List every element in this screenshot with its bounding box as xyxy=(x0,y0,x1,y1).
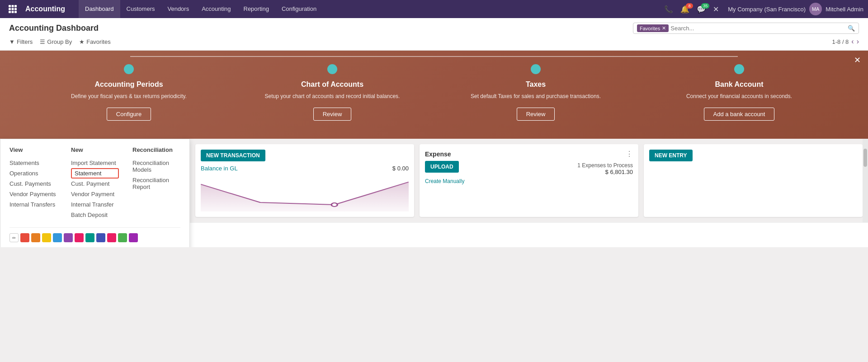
favorites-icon: ★ xyxy=(79,38,85,45)
color-deep-purple[interactable] xyxy=(129,233,138,242)
pagination-prev[interactable]: ‹ xyxy=(851,38,854,46)
balance-label: Balance in GL xyxy=(201,165,238,172)
nav-configuration[interactable]: Configuration xyxy=(275,0,323,18)
dropdown-internal-transfers[interactable]: Internal Transfers xyxy=(9,199,57,210)
pagination-text: 1-8 / 8 xyxy=(832,38,849,45)
banner-step-chart-of-accounts: Chart of Accounts Setup your chart of ac… xyxy=(243,64,422,121)
close-icon[interactable]: ✕ xyxy=(711,3,721,15)
color-teal[interactable] xyxy=(85,233,94,242)
filter-icon: ▼ xyxy=(9,38,15,45)
search-submit-icon[interactable]: 🔍 xyxy=(848,25,855,32)
color-indigo[interactable] xyxy=(96,233,105,242)
chart-review-button[interactable]: Review xyxy=(313,108,352,121)
dropdown-internal-transfer-new[interactable]: Internal Transfer xyxy=(71,199,119,210)
nav-accounting[interactable]: Accounting xyxy=(195,0,237,18)
phone-icon[interactable]: 📞 xyxy=(662,3,675,15)
banner-close-icon[interactable]: ✕ xyxy=(854,55,861,65)
company-name: My Company (San Francisco) xyxy=(728,6,806,13)
upload-button[interactable]: UPLOAD xyxy=(425,161,459,173)
expense-title: Expense xyxy=(425,150,451,158)
search-input[interactable] xyxy=(670,25,848,32)
expense-menu-icon[interactable]: ⋮ xyxy=(626,150,633,158)
banner-dot-2 xyxy=(327,64,337,74)
new-transaction-button[interactable]: NEW TRANSACTION xyxy=(201,150,265,161)
banner-step-desc-1: Define your fiscal years & tax returns p… xyxy=(71,92,187,100)
nav-customers[interactable]: Customers xyxy=(120,0,161,18)
banner-dot-1 xyxy=(124,64,134,74)
dropdown-view-title: View xyxy=(9,146,57,153)
dropdown-statement[interactable]: Statement xyxy=(71,168,119,179)
navbar: Accounting Dashboard Customers Vendors A… xyxy=(0,0,868,18)
dropdown-batch-deposit[interactable]: Batch Deposit xyxy=(71,210,119,220)
color-pencil[interactable]: ✏ xyxy=(9,233,19,242)
search-tag-favorites[interactable]: Favorites ✕ xyxy=(637,24,669,32)
nav-reporting[interactable]: Reporting xyxy=(237,0,275,18)
filters-button[interactable]: ▼ Filters xyxy=(9,38,33,45)
apps-icon[interactable] xyxy=(5,1,21,17)
color-red[interactable] xyxy=(20,233,29,242)
dropdown-cust-payments[interactable]: Cust. Payments xyxy=(9,179,57,189)
color-pink[interactable] xyxy=(75,233,84,242)
banner-step-title-3: Taxes xyxy=(526,80,546,89)
svg-rect-4 xyxy=(12,8,14,10)
dropdown-cust-payment-new[interactable]: Cust. Payment xyxy=(71,179,119,189)
configure-button[interactable]: Configure xyxy=(107,108,151,121)
color-orange[interactable] xyxy=(31,233,40,242)
banner-step-desc-3: Set default Taxes for sales and purchase… xyxy=(471,92,601,100)
banner-step-title-2: Chart of Accounts xyxy=(301,80,363,89)
dropdown-new-col: New Import Statement Statement Cust. Pay… xyxy=(71,146,119,220)
pagination-next[interactable]: › xyxy=(857,38,859,46)
favorites-label: Favorites xyxy=(86,38,110,45)
svg-rect-3 xyxy=(9,8,11,10)
navbar-right: 📞 🔔 8 💬 35 ✕ My Company (San Francisco) … xyxy=(662,3,863,15)
avatar[interactable]: MA xyxy=(809,3,822,15)
user-name: Mitchell Admin xyxy=(826,6,863,13)
dropdown-statements[interactable]: Statements xyxy=(9,158,57,168)
nav-vendors[interactable]: Vendors xyxy=(161,0,195,18)
color-green[interactable] xyxy=(118,233,127,242)
dropdown-reconciliation-report[interactable]: Reconciliation Report xyxy=(132,175,180,192)
transaction-card: NEW TRANSACTION Balance in GL $ 0.00 xyxy=(195,144,414,217)
add-bank-account-button[interactable]: Add a bank account xyxy=(704,108,775,121)
scrollbar-track[interactable] xyxy=(863,139,868,222)
svg-point-9 xyxy=(331,203,337,207)
color-blue[interactable] xyxy=(53,233,62,242)
dropdown-reconciliation-models[interactable]: Reconciliation Models xyxy=(132,158,180,175)
dropdown-import-statement[interactable]: Import Statement xyxy=(71,158,119,168)
dropdown-reconciliation-title: Reconciliation xyxy=(132,146,180,153)
scrollbar-thumb[interactable] xyxy=(863,149,867,167)
notif-badge: 8 xyxy=(686,3,693,9)
svg-rect-1 xyxy=(12,5,14,7)
page-title: Accounting Dashboard xyxy=(9,24,633,33)
subheader-filters: ▼ Filters ☰ Group By ★ Favorites 1-8 / 8… xyxy=(9,38,859,46)
navbar-brand: Accounting xyxy=(21,5,70,13)
cards-area: NEW TRANSACTION Balance in GL $ 0.00 xyxy=(190,139,868,222)
create-manually-link[interactable]: Create Manually xyxy=(425,178,633,184)
taxes-review-button[interactable]: Review xyxy=(517,108,555,121)
nav-dashboard[interactable]: Dashboard xyxy=(79,0,120,18)
color-hot-pink[interactable] xyxy=(107,233,116,242)
new-entry-button[interactable]: NEW ENTRY xyxy=(649,150,693,161)
dropdown-vendor-payment-new[interactable]: Vendor Payment xyxy=(71,189,119,199)
banner-steps: Accounting Periods Define your fiscal ye… xyxy=(0,64,868,121)
notification-bell[interactable]: 🔔 8 xyxy=(679,5,691,14)
groupby-button[interactable]: ☰ Group By xyxy=(40,38,72,45)
favorites-button[interactable]: ★ Favorites xyxy=(79,38,110,45)
search-tag-label: Favorites xyxy=(640,26,660,31)
banner-dot-4 xyxy=(734,64,744,74)
chat-icon[interactable]: 💬 35 xyxy=(695,5,708,14)
pagination: 1-8 / 8 ‹ › xyxy=(832,38,859,46)
expense-amount: $ 6,801.30 xyxy=(577,169,633,175)
expense-count: 1 Expenses to Process xyxy=(577,162,633,169)
color-purple[interactable] xyxy=(64,233,73,242)
dropdown-menu: View Statements Operations Cust. Payment… xyxy=(0,139,190,247)
expense-card: Expense ⋮ UPLOAD 1 Expenses to Process $… xyxy=(420,144,638,217)
dropdown-operations[interactable]: Operations xyxy=(9,168,57,179)
search-tag-close[interactable]: ✕ xyxy=(662,25,666,31)
expense-header: Expense ⋮ xyxy=(425,150,633,158)
banner-step-accounting-periods: Accounting Periods Define your fiscal ye… xyxy=(39,64,218,121)
svg-rect-2 xyxy=(14,5,17,7)
dropdown-vendor-payments[interactable]: Vendor Payments xyxy=(9,189,57,199)
banner-dot-3 xyxy=(531,64,541,74)
color-yellow[interactable] xyxy=(42,233,51,242)
